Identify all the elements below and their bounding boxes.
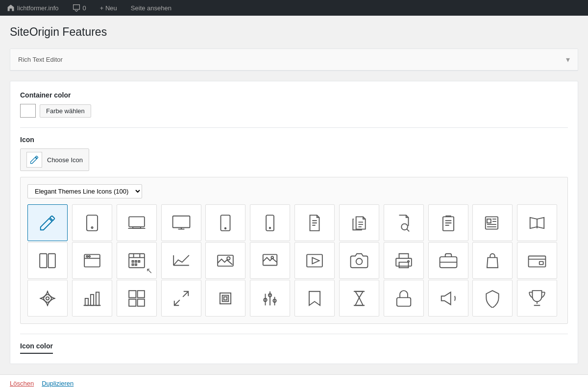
icon-cell-search-document[interactable] xyxy=(384,204,424,241)
admin-bar: lichtformer.info 0 + Neu Seite ansehen xyxy=(0,0,588,16)
duplicate-button[interactable]: Duplizieren xyxy=(42,380,74,387)
icon-cell-phone[interactable] xyxy=(250,204,290,241)
icon-cell-lock[interactable] xyxy=(384,280,424,317)
icon-cell-trophy[interactable] xyxy=(517,280,557,317)
icon-cell-laptop[interactable] xyxy=(117,204,157,241)
svg-point-17 xyxy=(89,255,90,257)
svg-rect-36 xyxy=(137,291,144,297)
adminbar-comment-count: 0 xyxy=(83,4,86,12)
page-title: SiteOrigin Features xyxy=(10,25,578,39)
icon-cell-picture[interactable] xyxy=(250,242,290,279)
svg-point-20 xyxy=(227,257,230,260)
svg-rect-12 xyxy=(487,219,491,223)
icon-picker-panel: Elegant Themes Line Icons (100)FontAweso… xyxy=(20,177,568,324)
icon-cell-wallet[interactable] xyxy=(517,242,557,279)
icon-cell-monitor[interactable] xyxy=(161,204,201,241)
icon-cell-ipad[interactable] xyxy=(205,204,245,241)
svg-rect-43 xyxy=(224,296,227,299)
adminbar-view[interactable]: Seite ansehen xyxy=(128,0,174,16)
svg-line-40 xyxy=(174,300,179,305)
color-row: Farbe wählen xyxy=(20,104,568,118)
home-icon xyxy=(7,4,15,12)
icon-cell-target[interactable] xyxy=(205,280,245,317)
choose-icon-label: Choose Icon xyxy=(47,156,83,164)
icon-cell-tablet[interactable] xyxy=(72,204,112,241)
icon-cell-bookmark[interactable] xyxy=(294,280,335,317)
icon-cell-printer[interactable] xyxy=(384,242,424,279)
svg-marker-24 xyxy=(312,257,319,264)
icon-section: Icon Choose Icon Elegant Them xyxy=(10,136,578,334)
icon-set-dropdown-wrapper: Elegant Themes Line Icons (100)FontAweso… xyxy=(27,184,561,198)
svg-point-8 xyxy=(270,227,271,229)
svg-point-9 xyxy=(401,223,408,230)
icon-cell-image[interactable] xyxy=(205,242,245,279)
svg-rect-34 xyxy=(96,292,99,305)
svg-point-27 xyxy=(408,261,409,262)
adminbar-site[interactable]: lichtformer.info xyxy=(4,0,62,16)
icon-cell-play[interactable] xyxy=(294,242,335,279)
icon-cell-book[interactable] xyxy=(517,204,557,241)
icon-cell-browser[interactable] xyxy=(72,242,112,279)
icon-label: Icon xyxy=(20,136,568,144)
svg-point-16 xyxy=(86,255,88,257)
svg-point-6 xyxy=(225,227,226,229)
icon-cell-briefcase[interactable] xyxy=(428,242,468,279)
icon-cell-hourglass[interactable] xyxy=(339,280,379,317)
svg-rect-35 xyxy=(129,291,136,297)
svg-rect-42 xyxy=(222,295,229,301)
icon-cell-document[interactable] xyxy=(294,204,335,241)
icon-cell-documents[interactable] xyxy=(339,204,379,241)
svg-line-39 xyxy=(183,291,188,296)
svg-rect-32 xyxy=(85,298,88,305)
adminbar-site-name: lichtformer.info xyxy=(17,4,59,12)
svg-rect-41 xyxy=(220,293,231,303)
color-swatch[interactable] xyxy=(20,104,36,118)
rich-text-section: Rich Text Editor ▾ xyxy=(10,49,578,71)
svg-rect-2 xyxy=(129,217,145,227)
icon-color-section: Icon color xyxy=(10,334,578,364)
icon-cell-pinwheel[interactable] xyxy=(27,280,68,317)
collapse-icon[interactable]: ▾ xyxy=(566,55,570,64)
icon-cell-newspaper[interactable] xyxy=(472,204,513,241)
svg-rect-13 xyxy=(40,253,47,268)
svg-rect-38 xyxy=(137,299,144,306)
svg-rect-5 xyxy=(221,215,230,231)
svg-rect-33 xyxy=(91,294,94,305)
svg-rect-4 xyxy=(172,216,190,227)
icon-cell-megaphone[interactable] xyxy=(428,280,468,317)
svg-rect-50 xyxy=(396,297,411,306)
svg-rect-3 xyxy=(133,226,141,228)
bottom-actions: Löschen Duplizieren xyxy=(0,374,588,392)
icon-cell-sliders[interactable] xyxy=(250,280,290,317)
icon-preview-box xyxy=(26,152,42,168)
pencil-icon xyxy=(29,155,39,165)
icon-cell-shield[interactable] xyxy=(472,280,513,317)
svg-rect-10 xyxy=(442,217,453,231)
svg-point-25 xyxy=(356,258,362,265)
icon-cell-grid[interactable]: ↖ xyxy=(117,242,157,279)
icon-cell-pencil[interactable] xyxy=(27,204,68,241)
svg-point-22 xyxy=(271,256,274,259)
icon-cell-barchart[interactable] xyxy=(72,280,112,317)
divider-1 xyxy=(20,127,568,128)
icon-cell-chart[interactable] xyxy=(161,242,201,279)
icon-cell-grid4[interactable] xyxy=(117,280,157,317)
delete-button[interactable]: Löschen xyxy=(10,380,34,387)
adminbar-comments[interactable]: 0 xyxy=(70,0,89,16)
icon-color-label: Icon color xyxy=(20,342,53,354)
rich-text-label: Rich Text Editor xyxy=(18,56,63,63)
choose-icon-button[interactable]: Choose Icon xyxy=(20,148,89,171)
icon-cell-camera[interactable] xyxy=(339,242,379,279)
svg-rect-30 xyxy=(539,261,543,264)
comment-icon xyxy=(73,4,80,12)
icon-grid: ↖ xyxy=(27,204,561,317)
rich-text-header[interactable]: Rich Text Editor ▾ xyxy=(10,49,578,71)
icon-cell-expand[interactable] xyxy=(161,280,201,317)
icon-cell-columns[interactable] xyxy=(27,242,68,279)
svg-rect-14 xyxy=(49,253,55,268)
adminbar-new[interactable]: + Neu xyxy=(97,0,120,16)
farbe-wahlen-button[interactable]: Farbe wählen xyxy=(40,104,91,118)
icon-cell-clipboard[interactable] xyxy=(428,204,468,241)
icon-cell-bag[interactable] xyxy=(472,242,513,279)
icon-set-select[interactable]: Elegant Themes Line Icons (100)FontAweso… xyxy=(27,184,142,198)
